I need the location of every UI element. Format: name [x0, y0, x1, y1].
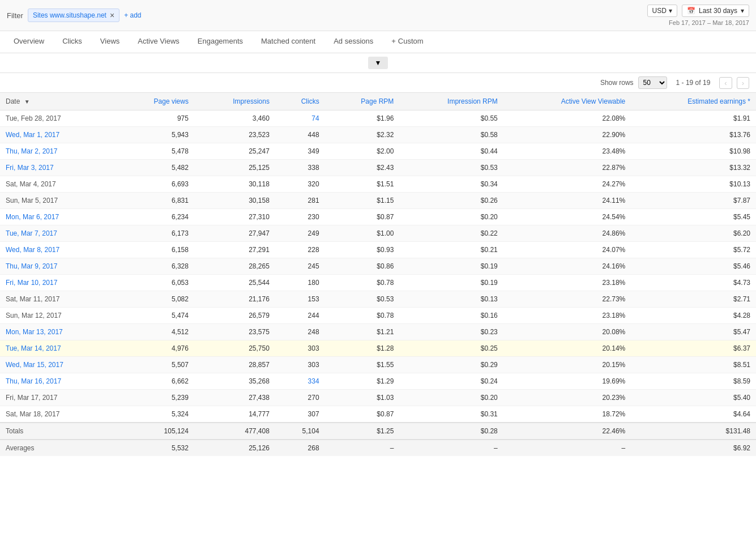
cell-active-view: 19.69% [503, 373, 631, 390]
col-header-impression-rpm: Impression RPM [399, 93, 503, 110]
cell-date[interactable]: Tue, Mar 7, 2017 [0, 225, 117, 242]
cell-clicks[interactable]: 74 [275, 110, 325, 127]
cell-impression-rpm: $0.29 [399, 357, 503, 373]
cell-impression-rpm: $0.19 [399, 258, 503, 275]
cell-page-views: 4,512 [117, 324, 194, 340]
cell-page-views: 5,482 [117, 160, 194, 176]
cell-page-views: 6,234 [117, 209, 194, 225]
tab-matched-content[interactable]: Matched content [252, 31, 324, 53]
show-rows-label: Show rows [600, 79, 634, 87]
cell-active-view: 24.27% [503, 176, 631, 193]
cell-estimated-earnings: $4.28 [631, 308, 756, 324]
cell-impression-rpm: $0.58 [399, 127, 503, 143]
table-row: Sun, Mar 12, 2017 5,474 26,579 244 $0.78… [0, 308, 756, 324]
cell-estimated-earnings: $1.91 [631, 110, 756, 127]
cell-impressions: 27,438 [194, 390, 275, 406]
cell-active-view: 23.48% [503, 143, 631, 160]
tab-overview[interactable]: Overview [5, 31, 53, 53]
cell-active-view: 20.15% [503, 357, 631, 373]
totals-clicks: 5,104 [275, 423, 325, 440]
cell-page-views: 5,478 [117, 143, 194, 160]
rows-select[interactable]: 50 25 100 [638, 76, 667, 89]
cell-page-views: 5,324 [117, 406, 194, 423]
totals-label: Totals [0, 423, 117, 440]
tabs-container: Overview Clicks Views Active Views Engag… [0, 31, 756, 53]
cell-date[interactable]: Thu, Mar 2, 2017 [0, 143, 117, 160]
tab-active-views[interactable]: Active Views [129, 31, 188, 53]
date-range-label: Last 30 days [699, 7, 737, 15]
cell-clicks: 281 [275, 193, 325, 209]
page-info: 1 - 19 of 19 [676, 79, 711, 87]
cell-page-rpm: $0.78 [325, 275, 400, 291]
cell-impression-rpm: $0.44 [399, 143, 503, 160]
cell-active-view: 23.18% [503, 308, 631, 324]
cell-clicks: 303 [275, 357, 325, 373]
table-row: Wed, Mar 1, 2017 5,943 23,523 448 $2.32 … [0, 127, 756, 143]
cell-impression-rpm: $0.20 [399, 390, 503, 406]
cell-active-view: 24.86% [503, 225, 631, 242]
cell-page-rpm: $1.03 [325, 390, 400, 406]
cell-estimated-earnings: $8.51 [631, 357, 756, 373]
filter-tag-close[interactable]: × [110, 11, 114, 20]
table-row: Sun, Mar 5, 2017 6,831 30,158 281 $1.15 … [0, 193, 756, 209]
col-header-date[interactable]: Date ▼ [0, 93, 117, 110]
next-page-button[interactable]: › [737, 77, 749, 89]
col-header-clicks: Clicks [275, 93, 325, 110]
table-row: Sat, Mar 18, 2017 5,324 14,777 307 $0.87… [0, 406, 756, 423]
averages-active-view: – [503, 440, 631, 456]
tab-clicks[interactable]: Clicks [53, 31, 91, 53]
cell-date[interactable]: Wed, Mar 1, 2017 [0, 127, 117, 143]
tab-views[interactable]: Views [91, 31, 129, 53]
dropdown-row: ▼ [0, 53, 756, 73]
cell-impression-rpm: $0.21 [399, 242, 503, 258]
cell-page-rpm: $1.15 [325, 193, 400, 209]
cell-page-views: 6,693 [117, 176, 194, 193]
cell-estimated-earnings: $4.64 [631, 406, 756, 423]
cell-impression-rpm: $0.23 [399, 324, 503, 340]
cell-date[interactable]: Fri, Mar 3, 2017 [0, 160, 117, 176]
cell-date[interactable]: Wed, Mar 8, 2017 [0, 242, 117, 258]
cell-impressions: 23,523 [194, 127, 275, 143]
cell-page-rpm: $1.00 [325, 225, 400, 242]
date-range-button[interactable]: 📅 Last 30 days ▾ [682, 5, 749, 17]
cell-date[interactable]: Tue, Mar 14, 2017 [0, 340, 117, 357]
cell-estimated-earnings: $13.76 [631, 127, 756, 143]
dropdown-button[interactable]: ▼ [368, 57, 388, 69]
cell-clicks: 180 [275, 275, 325, 291]
cell-clicks[interactable]: 334 [275, 373, 325, 390]
cell-date[interactable]: Mon, Mar 6, 2017 [0, 209, 117, 225]
table-row: Tue, Mar 7, 2017 6,173 27,947 249 $1.00 … [0, 225, 756, 242]
cell-date[interactable]: Thu, Mar 9, 2017 [0, 258, 117, 275]
currency-selector[interactable]: USD ▾ [647, 5, 677, 17]
table-row: Mon, Mar 13, 2017 4,512 23,575 248 $1.21… [0, 324, 756, 340]
col-header-impressions: Impressions [194, 93, 275, 110]
cell-date[interactable]: Wed, Mar 15, 2017 [0, 357, 117, 373]
cell-impression-rpm: $0.26 [399, 193, 503, 209]
cell-page-rpm: $1.29 [325, 373, 400, 390]
cell-date[interactable]: Fri, Mar 10, 2017 [0, 275, 117, 291]
cell-impressions: 27,947 [194, 225, 275, 242]
tab-ad-sessions[interactable]: Ad sessions [324, 31, 382, 53]
cell-date[interactable]: Thu, Mar 16, 2017 [0, 373, 117, 390]
cell-estimated-earnings: $5.46 [631, 258, 756, 275]
cell-page-rpm: $1.96 [325, 110, 400, 127]
cell-impressions: 35,268 [194, 373, 275, 390]
table-row: Wed, Mar 8, 2017 6,158 27,291 228 $0.93 … [0, 242, 756, 258]
filter-bar: Filter Sites www.situshape.net × + add U… [0, 0, 756, 31]
cell-page-rpm: $1.51 [325, 176, 400, 193]
cell-page-views: 4,976 [117, 340, 194, 357]
table-header: Date ▼ Page views Impressions Clicks Pag… [0, 93, 756, 110]
prev-page-button[interactable]: ‹ [719, 77, 732, 89]
filter-add-button[interactable]: + add [124, 11, 141, 19]
tab-engagements[interactable]: Engagements [189, 31, 252, 53]
filter-label: Filter [7, 11, 23, 20]
table-row: Fri, Mar 17, 2017 5,239 27,438 270 $1.03… [0, 390, 756, 406]
sort-icon-date: ▼ [24, 99, 30, 105]
table-body: Tue, Feb 28, 2017 975 3,460 74 $1.96 $0.… [0, 110, 756, 423]
cell-impression-rpm: $0.19 [399, 275, 503, 291]
cell-date[interactable]: Mon, Mar 13, 2017 [0, 324, 117, 340]
cell-page-views: 5,239 [117, 390, 194, 406]
averages-estimated-earnings: $6.92 [631, 440, 756, 456]
tab-custom[interactable]: + Custom [382, 31, 432, 53]
cell-estimated-earnings: $13.32 [631, 160, 756, 176]
